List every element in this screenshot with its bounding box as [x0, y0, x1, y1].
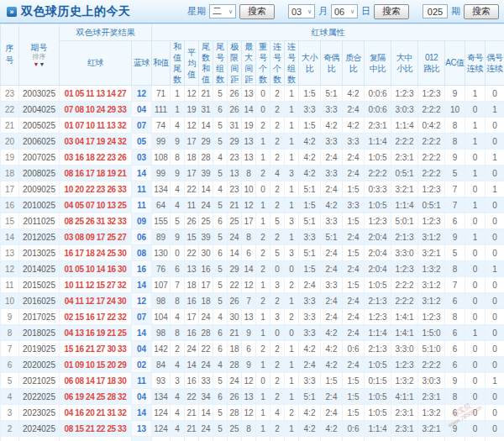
cell-value: 1:5 — [321, 373, 343, 389]
cell-value: 6 — [213, 213, 228, 229]
chevron-down-icon: ∨ — [228, 8, 233, 15]
cell-value: 1 — [285, 357, 299, 373]
cell-value: 26 — [228, 293, 242, 309]
sort-asc-icon[interactable]: ▼ — [39, 61, 45, 67]
cell-value: 0 — [465, 213, 486, 229]
cell-value: 89 — [152, 229, 171, 245]
cell-value: 9 — [445, 373, 465, 389]
cell-value: 1 — [285, 341, 299, 357]
date-search-button[interactable]: 搜索 — [374, 4, 409, 19]
cell-value: 1:5 — [343, 245, 365, 261]
cell-red-balls: 08 25 26 31 32 33 — [60, 213, 132, 229]
table-row: 19200702503 16 18 22 23 2603108818284231… — [1, 150, 504, 165]
cell-value: 0 — [285, 437, 299, 441]
cell-value: 1:4:1 — [391, 325, 418, 341]
cell-value: 17 — [185, 165, 199, 181]
cell-value: 0:4:2 — [418, 118, 445, 134]
cell-value: 2 — [256, 165, 270, 181]
cell-value: 3 — [256, 437, 270, 441]
cell-seq: 20 — [1, 134, 19, 150]
cell-value: 99 — [152, 165, 171, 181]
table-row: 13201302516 17 18 24 25 3008130022306146… — [1, 245, 504, 261]
cell-blue-ball: 09 — [132, 213, 152, 229]
cell-value: 2:4 — [321, 245, 343, 261]
sort-control[interactable]: 排序 ▼▼ — [19, 53, 59, 68]
cell-value: 2 — [270, 421, 285, 437]
issue-search-button[interactable]: 搜索 — [464, 4, 499, 19]
cell-value: 22 — [185, 245, 199, 261]
cell-value: 134 — [152, 181, 171, 197]
cell-value: 2 — [270, 102, 285, 118]
cell-value: 7 — [171, 277, 185, 293]
sort-desc-icon[interactable]: ▼ — [34, 61, 39, 67]
cell-value: 12 — [242, 277, 256, 293]
cell-value: 2:4 — [343, 229, 365, 245]
week-select[interactable]: 二 ∨ — [209, 4, 236, 18]
cell-value: 1:2:3 — [418, 309, 445, 325]
column-header: 连号组数 — [285, 41, 299, 86]
cell-blue-ball: 11 — [132, 197, 152, 213]
cell-value: 24 — [199, 357, 213, 373]
table-row: 22200402507 08 10 24 29 3304111119316261… — [1, 102, 504, 118]
week-select-value: 二 — [213, 5, 222, 18]
table-row: 4202202506 19 24 25 28 32041344223462613… — [1, 389, 504, 405]
search-controls: 星期 二 ∨ 搜索 03 ∨ 月 06 ∨ 日 搜索 期 搜索 — [187, 4, 499, 19]
day-select[interactable]: 06 ∨ — [331, 4, 358, 18]
cell-value: 1 — [486, 150, 504, 165]
cell-issue: 2016025 — [19, 293, 60, 309]
cell-value: 0 — [465, 277, 486, 293]
cell-blue-ball: 11 — [132, 181, 152, 197]
cell-value: 28 — [228, 357, 242, 373]
cell-value: 4:2 — [343, 118, 365, 134]
cell-value: 10 — [445, 102, 465, 118]
cell-value: 0 — [465, 150, 486, 165]
cell-value: 5:1 — [321, 229, 343, 245]
cell-value: 4:2 — [321, 197, 343, 213]
cell-issue: 2009025 — [19, 181, 60, 197]
cell-seq: 21 — [1, 118, 19, 134]
cell-value: 2:2:2 — [418, 102, 445, 118]
month-select[interactable]: 03 ∨ — [288, 4, 315, 18]
issue-header-label: 期号 — [19, 42, 59, 53]
page-title: 双色球历史上的今天 — [21, 4, 131, 19]
cell-issue: 2007025 — [19, 150, 60, 165]
cell-value: 3:2:1 — [418, 245, 445, 261]
cell-value: 8 — [171, 325, 185, 341]
cell-value: 6 — [445, 213, 465, 229]
cell-issue: 2015025 — [19, 277, 60, 293]
cell-value: 6 — [242, 437, 256, 441]
cell-value: 2:4 — [321, 405, 343, 421]
cell-value: 1 — [486, 102, 504, 118]
day-label: 日 — [361, 5, 370, 18]
cell-value: 3:3 — [321, 277, 343, 293]
issue-input[interactable] — [423, 4, 448, 18]
cell-value: 6 — [445, 341, 465, 357]
cell-value: 4:2 — [321, 357, 343, 373]
cell-value: 13 — [242, 309, 256, 325]
cell-value: 5 — [213, 197, 228, 213]
cell-value: 4 — [171, 421, 185, 437]
cell-value: 2:4 — [343, 261, 365, 277]
column-header: 012路比 — [418, 41, 445, 86]
cell-value: 4 — [171, 197, 185, 213]
cell-red-balls: 08 16 17 18 19 21 — [60, 165, 132, 181]
cell-value: 8 — [242, 421, 256, 437]
week-search-button[interactable]: 搜索 — [239, 4, 275, 19]
cell-value: 71 — [152, 86, 171, 102]
issue-label: 期 — [451, 5, 460, 18]
cell-value: 0 — [486, 325, 504, 341]
cell-issue: 2012025 — [19, 229, 60, 245]
cell-value: 5:1:0 — [418, 341, 445, 357]
cell-value: 5:0:1 — [391, 213, 418, 229]
cell-value: 2 — [270, 150, 285, 165]
column-header: 质合比 — [343, 41, 365, 86]
cell-issue: 2013025 — [19, 245, 60, 261]
cell-value: 4:2 — [321, 118, 343, 134]
cell-value: 10 — [242, 181, 256, 197]
cell-value: 1 — [285, 229, 299, 245]
cell-value: 2:4 — [299, 357, 321, 373]
cell-value: 1:0:5 — [365, 197, 391, 213]
cell-seq: 13 — [1, 245, 19, 261]
cell-value: 6 — [213, 325, 228, 341]
cell-value: 3:1:2 — [418, 229, 445, 245]
